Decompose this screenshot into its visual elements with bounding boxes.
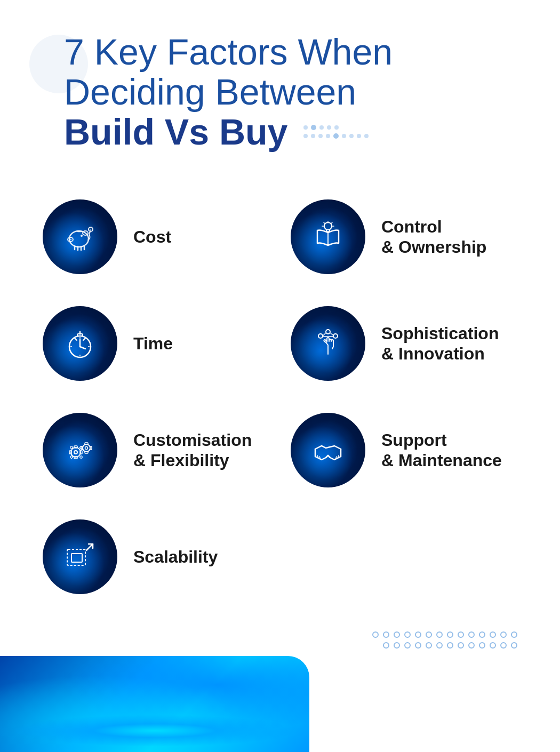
bdot bbox=[415, 631, 421, 638]
cost-icon-bg: $ bbox=[43, 199, 117, 274]
header-dots bbox=[303, 125, 369, 139]
svg-point-42 bbox=[74, 451, 77, 454]
svg-rect-53 bbox=[85, 443, 88, 444]
bdot bbox=[468, 631, 475, 638]
piggy-bank-icon: $ bbox=[63, 220, 98, 254]
title-line1: 7 Key Factors When bbox=[64, 32, 517, 72]
bdot bbox=[458, 631, 464, 638]
bottom-dots-row-2 bbox=[383, 642, 517, 649]
support-icon-bg bbox=[291, 413, 365, 487]
svg-line-39 bbox=[330, 333, 333, 335]
bdot bbox=[426, 631, 432, 638]
touch-nodes-icon bbox=[311, 326, 346, 361]
svg-point-5 bbox=[81, 235, 83, 237]
svg-point-14 bbox=[324, 222, 332, 230]
book-light-icon bbox=[311, 220, 346, 254]
control-label: Control & Ownership bbox=[381, 217, 486, 258]
bdot bbox=[447, 642, 453, 649]
item-customisation: Customisation & Flexibility bbox=[32, 397, 280, 503]
customisation-label: Customisation & Flexibility bbox=[133, 430, 252, 471]
svg-point-3 bbox=[69, 238, 70, 239]
bdot bbox=[415, 642, 421, 649]
svg-rect-56 bbox=[90, 446, 92, 450]
items-section: $ Cost bbox=[0, 173, 560, 621]
bdot bbox=[479, 631, 485, 638]
bdot bbox=[383, 642, 389, 649]
time-label: Time bbox=[133, 333, 173, 354]
bdot bbox=[436, 631, 443, 638]
control-icon-bg bbox=[291, 199, 365, 274]
bdot bbox=[436, 642, 443, 649]
svg-point-37 bbox=[333, 334, 338, 338]
svg-line-63 bbox=[86, 544, 93, 550]
svg-text:$: $ bbox=[90, 228, 91, 231]
title-line2: Deciding Between bbox=[64, 72, 517, 112]
bdot bbox=[479, 642, 485, 649]
bdot bbox=[383, 631, 389, 638]
item-support: Support & Maintenance bbox=[280, 397, 528, 503]
bdot bbox=[511, 631, 517, 638]
svg-rect-62 bbox=[71, 554, 82, 562]
scalability-label: Scalability bbox=[133, 547, 218, 567]
header-section: 7 Key Factors When Deciding Between Buil… bbox=[0, 0, 560, 173]
bdot bbox=[490, 631, 496, 638]
bottom-dots-row-1 bbox=[372, 631, 517, 638]
title-line3: Build Vs Buy bbox=[64, 112, 517, 152]
svg-rect-54 bbox=[85, 452, 88, 453]
item-scalability: Scalability bbox=[32, 503, 280, 610]
bdot bbox=[500, 631, 507, 638]
bdot bbox=[458, 642, 464, 649]
item-sophistication: Sophistication & Innovation bbox=[280, 290, 528, 397]
svg-point-4 bbox=[70, 239, 71, 240]
bdot bbox=[490, 642, 496, 649]
bdot bbox=[447, 631, 453, 638]
bdot bbox=[404, 642, 411, 649]
item-time: Time bbox=[32, 290, 280, 397]
bdot bbox=[511, 642, 517, 649]
bottom-dots-section bbox=[0, 621, 560, 659]
svg-point-41 bbox=[71, 447, 81, 457]
settings-gears-icon bbox=[63, 433, 98, 468]
bdot bbox=[394, 642, 400, 649]
bdot bbox=[394, 631, 400, 638]
bdot bbox=[500, 642, 507, 649]
bottom-image bbox=[0, 656, 309, 752]
sophistication-label: Sophistication & Innovation bbox=[381, 323, 499, 364]
svg-line-38 bbox=[323, 333, 326, 336]
item-cost: $ Cost bbox=[32, 183, 280, 290]
svg-rect-50 bbox=[79, 455, 83, 459]
time-icon-bg bbox=[43, 306, 117, 381]
svg-point-0 bbox=[69, 231, 89, 247]
svg-line-20 bbox=[324, 222, 325, 223]
svg-line-19 bbox=[331, 222, 332, 223]
item-control: Control & Ownership bbox=[280, 183, 528, 290]
clock-icon bbox=[63, 326, 98, 361]
items-grid: $ Cost bbox=[32, 183, 528, 610]
svg-line-30 bbox=[83, 338, 85, 340]
svg-point-52 bbox=[85, 446, 87, 449]
scalability-icon-bg bbox=[43, 519, 117, 594]
bdot bbox=[468, 642, 475, 649]
svg-point-36 bbox=[326, 330, 330, 334]
page-container: 7 Key Factors When Deciding Between Buil… bbox=[0, 0, 560, 752]
svg-point-35 bbox=[318, 334, 323, 338]
svg-point-51 bbox=[83, 444, 90, 452]
svg-line-25 bbox=[80, 347, 85, 349]
svg-line-29 bbox=[75, 338, 77, 340]
scale-arrow-icon bbox=[63, 540, 98, 574]
handshake-icon bbox=[311, 433, 346, 468]
bdot bbox=[372, 631, 379, 638]
sophistication-icon-bg bbox=[291, 306, 365, 381]
bdot bbox=[426, 642, 432, 649]
customisation-icon-bg bbox=[43, 413, 117, 487]
bdot bbox=[404, 631, 411, 638]
support-label: Support & Maintenance bbox=[381, 430, 502, 471]
cost-label: Cost bbox=[133, 227, 171, 247]
